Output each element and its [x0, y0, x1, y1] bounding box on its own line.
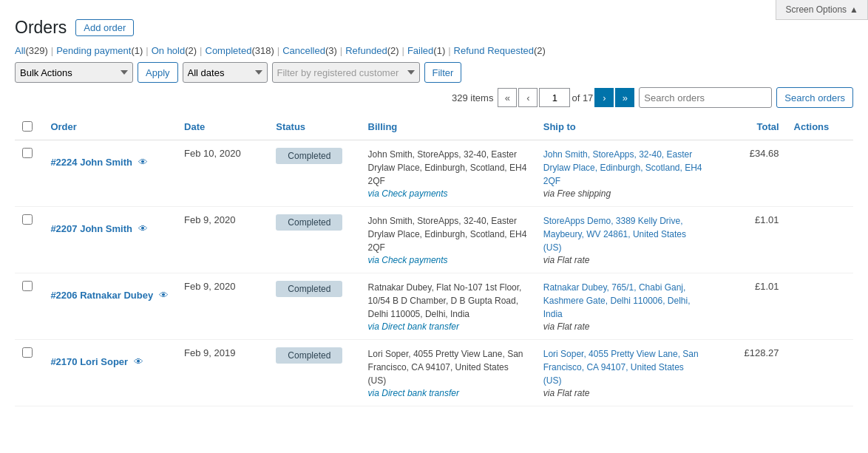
last-page-button[interactable]: »	[615, 88, 634, 107]
row-shipto-cell: John Smith, StoreApps, 32-40, Easter Dry…	[536, 140, 711, 207]
sep-6: |	[402, 45, 404, 56]
row-status-cell: Completed	[268, 207, 360, 273]
filter-tab-completed-link[interactable]: Completed	[206, 45, 252, 56]
row-billing-cell: John Smith, StoreApps, 32-40, Easter Dry…	[361, 140, 536, 207]
col-header-order[interactable]: Order	[43, 114, 177, 140]
row-status-cell: Completed	[268, 140, 360, 207]
order-link-0[interactable]: #2224 John Smith	[50, 157, 132, 168]
sep-5: |	[340, 45, 342, 56]
col-header-status[interactable]: Status	[268, 114, 360, 140]
filter-tab-pending: Pending payment (1) |	[56, 45, 151, 56]
screen-options-label: Screen Options	[785, 4, 847, 15]
prev-page-button[interactable]: ‹	[518, 88, 538, 107]
order-link-3[interactable]: #2170 Lori Soper	[50, 356, 128, 367]
page-number-input[interactable]	[539, 88, 570, 107]
billing-via-0: via Check payments	[368, 188, 448, 199]
billing-address-0: John Smith, StoreApps, 32-40, Easter Dry…	[368, 149, 527, 186]
ship-address-0: John Smith, StoreApps, 32-40, Easter Dry…	[543, 149, 702, 186]
table-header-row: Order Date Status Billing Ship to Total …	[15, 114, 853, 140]
billing-address-2: Ratnakar Dubey, Flat No-107 1st Floor, 1…	[368, 282, 522, 319]
ship-via-0: via Free shipping	[543, 188, 611, 199]
orders-table: Order Date Status Billing Ship to Total …	[15, 114, 853, 406]
row-shipto-cell: Ratnakar Dubey, 765/1, Chabi Ganj, Kashm…	[536, 273, 711, 340]
filter-tab-cancelled-link[interactable]: Cancelled	[282, 45, 325, 56]
billing-address-3: Lori Soper, 4055 Pretty View Lane, San F…	[368, 349, 523, 386]
col-header-checkbox	[15, 114, 43, 140]
col-header-shipto: Ship to	[536, 114, 711, 140]
table-row: #2207 John Smith 👁 Feb 9, 2020 Completed…	[15, 207, 853, 273]
page-header: Orders Add order	[15, 12, 853, 38]
screen-options-button[interactable]: Screen Options ▲	[776, 0, 868, 20]
filter-tab-failed: Failed (1) |	[407, 45, 454, 56]
row-checkbox-cell	[15, 340, 43, 406]
filter-tab-refunded-link[interactable]: Refunded	[345, 45, 387, 56]
row-actions-cell	[787, 140, 853, 207]
row-billing-cell: Lori Soper, 4055 Pretty View Lane, San F…	[361, 340, 536, 406]
row-date-cell: Feb 10, 2020	[177, 140, 268, 207]
status-badge-0: Completed	[276, 148, 342, 164]
bulk-actions-select[interactable]: Bulk Actions Mark processing Mark on-hol…	[15, 62, 133, 83]
filter-tab-onhold-link[interactable]: On hold	[152, 45, 186, 56]
row-billing-cell: John Smith, StoreApps, 32-40, Easter Dry…	[361, 207, 536, 273]
filter-tab-refund-requested-link[interactable]: Refund Requested	[454, 45, 534, 56]
filter-button[interactable]: Filter	[424, 62, 462, 83]
ship-via-2: via Flat rate	[543, 321, 590, 332]
first-page-button[interactable]: «	[498, 88, 517, 107]
row-total-cell: £34.68	[711, 140, 787, 207]
filter-tab-refunded: Refunded (2) |	[345, 45, 407, 56]
of-pages: of 17	[572, 92, 593, 103]
view-icon-3[interactable]: 👁	[134, 356, 143, 367]
select-all-checkbox[interactable]	[22, 121, 33, 132]
filter-tab-all-link[interactable]: All	[15, 45, 25, 56]
tablenav-right: 329 items « ‹ of 17 › » Search orders	[449, 87, 853, 108]
sep-7: |	[448, 45, 450, 56]
filter-tab-cancelled-count: (3)	[325, 45, 337, 56]
screen-options-icon: ▲	[850, 4, 858, 15]
apply-button[interactable]: Apply	[138, 62, 178, 83]
filter-tab-refunded-count: (2)	[387, 45, 399, 56]
view-icon-2[interactable]: 👁	[159, 290, 169, 301]
date-filter-select[interactable]: All dates January 2020 February 2020	[183, 62, 268, 83]
ship-address-1: StoreApps Demo, 3389 Kelly Drive, Maybeu…	[543, 216, 686, 253]
filter-tab-refund-requested-count: (2)	[534, 45, 546, 56]
search-orders-button[interactable]: Search orders	[776, 87, 853, 108]
row-checkbox-3[interactable]	[22, 347, 33, 358]
search-orders-input[interactable]	[639, 87, 772, 108]
pagination: « ‹ of 17 › »	[498, 88, 634, 107]
filter-tab-all-count: (329)	[25, 45, 47, 56]
ship-via-3: via Flat rate	[543, 388, 590, 398]
row-checkbox-cell	[15, 140, 43, 207]
billing-via-3: via Direct bank transfer	[368, 388, 459, 398]
row-checkbox-0[interactable]	[22, 148, 33, 158]
row-billing-cell: Ratnakar Dubey, Flat No-107 1st Floor, 1…	[361, 273, 536, 340]
billing-via-2: via Direct bank transfer	[368, 321, 459, 332]
row-status-cell: Completed	[268, 273, 360, 340]
next-page-button[interactable]: ›	[594, 88, 614, 107]
ship-address-2: Ratnakar Dubey, 765/1, Chabi Ganj, Kashm…	[543, 282, 691, 319]
order-link-1[interactable]: #2207 John Smith	[50, 223, 132, 234]
row-checkbox-1[interactable]	[22, 214, 33, 225]
row-checkbox-cell	[15, 273, 43, 340]
row-checkbox-cell	[15, 207, 43, 273]
col-header-date[interactable]: Date	[177, 114, 268, 140]
ship-address-3: Lori Soper, 4055 Pretty View Lane, San F…	[543, 349, 699, 386]
table-row: #2224 John Smith 👁 Feb 10, 2020 Complete…	[15, 140, 853, 207]
filter-tab-refund-requested: Refund Requested (2)	[454, 45, 546, 56]
add-order-button[interactable]: Add order	[75, 19, 134, 36]
row-actions-cell	[787, 207, 853, 273]
view-icon-0[interactable]: 👁	[138, 157, 148, 168]
filter-tab-failed-link[interactable]: Failed	[407, 45, 433, 56]
row-date-cell: Feb 9, 2020	[177, 207, 268, 273]
customer-filter-select[interactable]: Filter by registered customer	[272, 62, 420, 83]
order-link-2[interactable]: #2206 Ratnakar Dubey	[50, 290, 153, 301]
filter-tab-onhold-count: (2)	[185, 45, 197, 56]
col-header-total[interactable]: Total	[711, 114, 787, 140]
status-badge-1: Completed	[276, 214, 342, 231]
row-order-cell: #2207 John Smith 👁	[43, 207, 177, 273]
page-title: Orders	[15, 18, 67, 38]
sep-3: |	[200, 45, 202, 56]
row-checkbox-2[interactable]	[22, 281, 33, 291]
filter-tab-pending-link[interactable]: Pending payment	[56, 45, 131, 56]
view-icon-1[interactable]: 👁	[138, 223, 148, 234]
billing-via-1: via Check payments	[368, 255, 448, 265]
